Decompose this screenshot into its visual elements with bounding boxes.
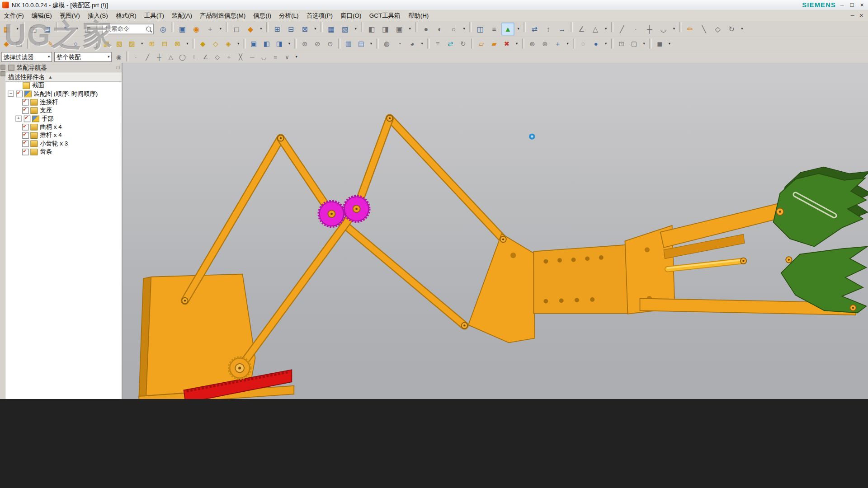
toolbar-icon[interactable] bbox=[96, 22, 99, 32]
toolbar-icon[interactable]: ◌ bbox=[577, 38, 589, 50]
viewport-canvas[interactable]: Z X Y bbox=[123, 63, 868, 399]
tree-item[interactable]: 推杆 x 4 bbox=[5, 131, 122, 139]
toolbar-icon[interactable] bbox=[611, 22, 613, 32]
resource-bar-icon[interactable] bbox=[0, 65, 5, 70]
toolbar-icon[interactable]: ↻ bbox=[457, 38, 469, 50]
toolbar-icon[interactable]: ⊡ bbox=[616, 38, 627, 50]
toolbar-icon[interactable]: ▾ bbox=[603, 23, 609, 35]
toolbar-icon[interactable] bbox=[226, 22, 228, 32]
snap-point-icon[interactable]: ◇ bbox=[212, 52, 222, 62]
toolbar-icon[interactable]: ◻ bbox=[230, 23, 243, 35]
snap-point-icon[interactable]: ╱ bbox=[142, 52, 153, 62]
toolbar-icon[interactable] bbox=[266, 22, 269, 32]
toolbar-icon[interactable]: ▾ bbox=[514, 38, 519, 50]
toolbar-icon[interactable]: ▱ bbox=[476, 38, 487, 50]
toolbar-icon[interactable] bbox=[193, 39, 195, 49]
resource-bar-icon[interactable] bbox=[0, 71, 5, 76]
toolbar-icon[interactable]: ✎ bbox=[60, 23, 73, 35]
toolbar-icon[interactable]: ▣ bbox=[248, 38, 260, 50]
toolbar-icon[interactable] bbox=[361, 22, 363, 32]
toolbar-icon[interactable]: ▾ bbox=[286, 38, 292, 50]
toolbar-icon[interactable]: △ bbox=[589, 23, 602, 35]
toolbar-icon[interactable]: ◈ bbox=[222, 38, 234, 50]
snap-point-icon[interactable]: ∨ bbox=[282, 52, 292, 62]
menu-item[interactable]: 编辑(E) bbox=[28, 10, 56, 21]
toolbar-icon[interactable]: ╱ bbox=[616, 23, 628, 35]
toolbar-icon[interactable]: ⊠ bbox=[298, 23, 311, 35]
toolbar-icon[interactable]: ○ bbox=[70, 38, 81, 50]
toolbar-icon[interactable] bbox=[244, 39, 246, 49]
toolbar-icon[interactable]: ▾ bbox=[641, 38, 647, 50]
toolbar-icon[interactable]: ⊛ bbox=[539, 38, 551, 50]
toolbar-icon[interactable]: ● bbox=[420, 23, 432, 35]
component-checkbox[interactable] bbox=[22, 148, 29, 155]
toolbar-icon[interactable]: ◧ bbox=[365, 23, 378, 35]
toolbar-icon[interactable]: ⇄ bbox=[528, 23, 541, 35]
menu-item[interactable]: 装配(A) bbox=[168, 10, 196, 21]
toolbar-icon[interactable]: ◍ bbox=[381, 38, 392, 50]
tree-item[interactable]: 齿条 bbox=[5, 148, 122, 156]
toolbar-icon[interactable]: ◐ bbox=[434, 23, 446, 35]
toolbar-icon[interactable] bbox=[27, 39, 29, 49]
toolbar-icon[interactable]: ▾ bbox=[671, 23, 677, 35]
component-checkbox[interactable] bbox=[22, 123, 29, 130]
toolbar-icon[interactable]: ▦ bbox=[101, 38, 113, 50]
toolbar-icon[interactable]: + bbox=[204, 23, 217, 35]
toolbar-icon[interactable]: ▤ bbox=[355, 38, 367, 50]
toolbar-icon[interactable]: ◫ bbox=[474, 23, 486, 35]
selection-scope-dropdown[interactable]: 整个装配 ▾ bbox=[54, 52, 112, 62]
toolbar-icon[interactable]: ▦ bbox=[0, 23, 13, 35]
toolbar-icon[interactable]: ▨ bbox=[126, 38, 138, 50]
toolbar-icon[interactable]: ▧ bbox=[339, 23, 351, 35]
snap-point-icon[interactable]: + bbox=[224, 52, 234, 62]
toolbar-icon[interactable] bbox=[56, 22, 58, 32]
document-control-button[interactable]: ─ bbox=[848, 11, 857, 19]
snap-point-icon[interactable]: ┼ bbox=[154, 52, 164, 62]
toolbar-icon[interactable]: ◼ bbox=[654, 38, 665, 50]
toolbar-icon[interactable]: ▾ bbox=[603, 38, 609, 50]
window-control-button[interactable]: ☐ bbox=[847, 0, 857, 9]
toolbar-icon[interactable]: ▾ bbox=[419, 38, 425, 50]
component-checkbox[interactable] bbox=[22, 140, 29, 147]
toolbar-icon[interactable]: ▾ bbox=[312, 23, 318, 35]
toolbar-icon[interactable]: ▾ bbox=[565, 38, 571, 50]
tree-item[interactable]: 曲柄 x 4 bbox=[5, 123, 122, 131]
toolbar-icon[interactable] bbox=[415, 22, 417, 32]
menu-item[interactable]: 视图(V) bbox=[56, 10, 84, 21]
toolbar-icon[interactable]: ◕ bbox=[406, 38, 418, 50]
component-checkbox[interactable] bbox=[24, 115, 31, 122]
toolbar-icon[interactable]: ▣ bbox=[393, 23, 406, 35]
toolbar-icon[interactable] bbox=[321, 22, 323, 32]
snap-point-icon[interactable]: △ bbox=[165, 52, 176, 62]
toolbar-icon[interactable] bbox=[571, 22, 573, 32]
toolbar-icon[interactable] bbox=[172, 22, 174, 32]
toolbar-icon[interactable] bbox=[611, 39, 613, 49]
snap-point-icon[interactable]: ⊥ bbox=[189, 52, 199, 62]
menu-item[interactable]: 窗口(O) bbox=[337, 10, 366, 21]
snap-point-icon[interactable]: ◡ bbox=[259, 52, 269, 62]
toolbar-icon[interactable]: ◆ bbox=[0, 38, 12, 50]
menu-item[interactable]: 插入(S) bbox=[84, 10, 112, 21]
snap-point-icon[interactable]: ▾ bbox=[293, 52, 299, 62]
toolbar-icon[interactable]: ⊘ bbox=[311, 38, 323, 50]
tree-item[interactable]: 截面 bbox=[5, 81, 122, 89]
toolbar-icon[interactable]: ∠ bbox=[575, 23, 588, 35]
toolbar-icon[interactable]: ⇄ bbox=[444, 38, 456, 50]
toolbar-icon[interactable]: ▾ bbox=[139, 38, 145, 50]
toolbar-icon[interactable] bbox=[427, 39, 429, 49]
menu-item[interactable]: 信息(I) bbox=[250, 10, 275, 21]
toolbar-icon[interactable] bbox=[649, 39, 651, 49]
toolbar-icon[interactable]: ⊕ bbox=[299, 38, 311, 50]
toolbar-icon[interactable]: ◉ bbox=[190, 23, 203, 35]
toolbar-icon[interactable]: ▾ bbox=[74, 23, 80, 35]
tree-expander[interactable]: + bbox=[15, 116, 21, 122]
toolbar-icon[interactable]: ⊚ bbox=[526, 38, 538, 50]
tree-item[interactable]: 支座 bbox=[5, 106, 122, 114]
graphics-viewport[interactable]: Z X Y MODEL_1 bbox=[122, 63, 868, 399]
toolbar-icon[interactable]: ⊠ bbox=[172, 38, 184, 50]
toolbar-icon[interactable]: ◡ bbox=[82, 38, 94, 50]
snap-point-icon[interactable]: ─ bbox=[247, 52, 257, 62]
toolbar-icon[interactable] bbox=[522, 39, 524, 49]
toolbar-icon[interactable]: ▾ bbox=[666, 38, 672, 50]
snap-point-icon[interactable]: ◉ bbox=[113, 52, 124, 62]
